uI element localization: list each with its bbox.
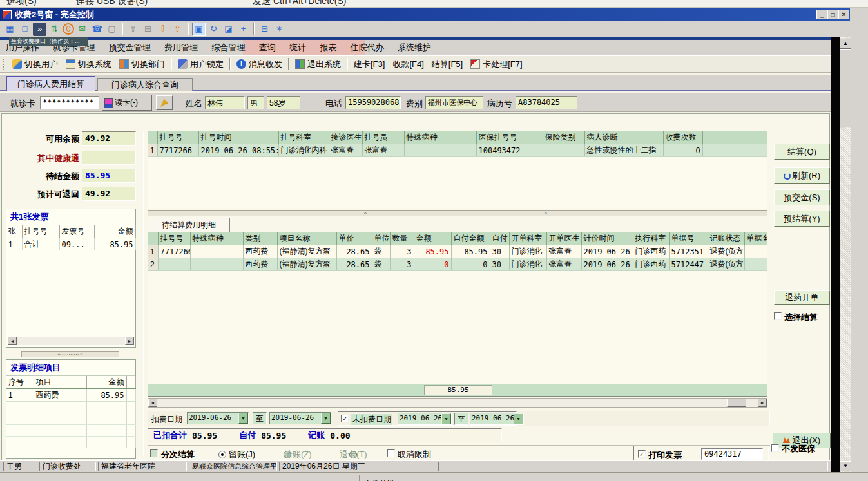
tab-pending-fee-detail[interactable]: 待结算费用明细 [148, 218, 230, 232]
record-no-label: 病历号 [487, 98, 512, 109]
swap-arrows-icon[interactable]: ⇅ [48, 23, 61, 36]
cancel-limit-checkbox[interactable] [387, 449, 395, 457]
fit-screen-icon[interactable]: ▣ [192, 23, 206, 36]
table-row[interactable]: 2 西药费 (福静清)复方聚 28.65 袋 -3 0 0 30 门诊消化 张富… [148, 258, 767, 271]
minimize-button[interactable]: _ [816, 10, 827, 19]
settle-button[interactable]: 结算(Q) [774, 144, 830, 160]
refresh-view-icon[interactable]: ↻ [207, 23, 220, 36]
collect-button[interactable]: 收款[F4] [389, 57, 427, 71]
viewer-menu-options[interactable]: 选项(S) [6, 0, 37, 7]
toolbar-separator [229, 58, 231, 70]
undeduct-checkbox[interactable]: ✓ [341, 415, 349, 422]
undeduct-to-combo[interactable]: 2019-06-26▼ [470, 413, 524, 425]
record-no-field[interactable]: A83784025 [516, 96, 577, 109]
chat-icon[interactable]: ✉ [75, 23, 89, 36]
deduct-from-combo[interactable]: 2019-06-26▼ [187, 412, 249, 424]
upload-user-icon[interactable]: ⇧ [126, 23, 140, 36]
refresh-button[interactable]: 刷新(R) [774, 167, 830, 184]
viewer-v-scrollbar[interactable]: ▲ ▼ [840, 37, 851, 472]
menu-inpatient[interactable]: 住院代办 [345, 40, 390, 55]
select-settle-checkbox[interactable] [774, 312, 782, 320]
scroll-up-button[interactable]: ▲ [840, 39, 851, 49]
note-icon[interactable]: ▢ [105, 23, 119, 36]
scrollbar-thumb[interactable] [727, 399, 746, 407]
scroll-left-button[interactable]: ◄ [8, 337, 17, 345]
no-insurance-checkbox[interactable] [771, 444, 779, 452]
windows-icon[interactable]: ⊟ [258, 23, 271, 36]
viewer-menu-cad[interactable]: 发送 Ctrl+Alt+Delete(S) [253, 0, 346, 7]
messages-button[interactable]: i消息收发 [233, 57, 286, 71]
scroll-left-button[interactable]: ◄ [148, 399, 157, 407]
devices-icon[interactable]: ⊞ [141, 23, 155, 36]
dropdown-arrow-icon[interactable]: ▼ [238, 413, 248, 424]
dropdown-arrow-icon[interactable]: ▼ [321, 413, 331, 424]
clear-button[interactable] [156, 95, 173, 110]
panel-splitter[interactable]: ^ ·········· ^ [21, 351, 119, 357]
drug-return-button[interactable]: 退药开单 [774, 290, 830, 305]
tools-icon[interactable]: ✶ [273, 23, 286, 36]
name-field[interactable]: 林伟 [205, 96, 245, 109]
phone-icon[interactable]: ☎ [90, 23, 104, 36]
scroll-right-button[interactable]: ► [125, 337, 134, 345]
menu-reports[interactable]: 报表 [314, 40, 342, 55]
scale-view-icon[interactable]: + [236, 23, 250, 36]
menu-system[interactable]: 系统维护 [392, 40, 437, 55]
menu-fee-mgmt[interactable]: 费用管理 [159, 40, 204, 55]
dropdown-arrow-icon[interactable]: ▼ [514, 413, 523, 424]
read-card-button[interactable]: 读卡(-) [102, 95, 152, 111]
scrollbar-thumb[interactable] [840, 49, 851, 127]
menu-deposit-mgmt[interactable]: 预交金管理 [103, 40, 157, 55]
h-scrollbar-track[interactable] [17, 337, 125, 345]
pre-settle-button[interactable]: 预结算(Y) [774, 211, 830, 227]
deduct-to-combo[interactable]: 2019-06-26▼ [269, 412, 331, 424]
table-row[interactable]: 1 7717266 2019-06-26 08:55:2 门诊消化内科 张富春 … [148, 144, 767, 157]
menu-stats[interactable]: 统计 [284, 40, 312, 55]
card-process-button[interactable]: 卡处理[F7] [467, 57, 526, 71]
switch-user-button[interactable]: 切换用户 [8, 57, 62, 71]
available-balance-field[interactable]: 49.92 [82, 131, 136, 146]
invoice-no-field[interactable]: 09424317 [701, 448, 763, 460]
fee-type-field[interactable]: 福州市医保中心 [425, 96, 483, 109]
desktop-icon[interactable]: □ [18, 23, 32, 36]
table-row[interactable]: 1 合计 09... 85.95 [6, 238, 135, 251]
keep-account-radio[interactable] [218, 451, 226, 458]
deposit-button[interactable]: 预交金(S) [774, 189, 830, 205]
refundable-field[interactable]: 49.92 [82, 187, 136, 201]
screen-share-icon[interactable]: ▦ [3, 23, 17, 36]
close-button[interactable]: × [838, 10, 849, 19]
scroll-right-button[interactable]: ► [758, 399, 767, 407]
menu-general-mgmt[interactable]: 综合管理 [206, 40, 251, 55]
viewer-menu-usb[interactable]: 连接 USB 设备(S) [76, 0, 148, 7]
switch-system-button[interactable]: 切换系统 [62, 57, 115, 71]
pending-amount-field[interactable]: 85.95 [82, 169, 136, 183]
tab-outpatient-settlement[interactable]: 门诊病人费用结算 [6, 76, 95, 91]
health-card-field[interactable] [82, 151, 136, 165]
maximize-button[interactable]: □ [827, 10, 838, 19]
record-zero-icon[interactable]: 0 [63, 23, 74, 35]
dropdown-arrow-icon[interactable]: ▼ [441, 413, 451, 424]
switch-dept-button[interactable]: 切换部门 [115, 57, 169, 71]
grid-splitter[interactable]: ^^ [148, 210, 767, 216]
undeduct-from-combo[interactable]: 2019-06-26▼ [398, 413, 452, 425]
table-row[interactable]: 1 西药费 85.95 [6, 389, 135, 402]
card-number-input[interactable]: *********** [40, 96, 99, 109]
phone-field[interactable]: 15959028068 [345, 96, 401, 109]
console-icon[interactable]: » [33, 23, 46, 36]
split-view-icon[interactable]: ◪ [222, 23, 235, 36]
split-settle-checkbox[interactable] [150, 449, 158, 457]
menu-query[interactable]: 查询 [253, 40, 282, 55]
registration-table: 挂号号 挂号时间 挂号科室 接诊医生 挂号员 特殊病种 医保挂号号 保险类别 病… [148, 131, 767, 157]
file-download-icon[interactable]: ⇩ [156, 23, 169, 36]
tab-outpatient-query[interactable]: 门诊病人综合查询 [97, 78, 193, 91]
age-field[interactable]: 58岁 [267, 96, 300, 109]
file-upload-icon[interactable]: ⇧ [171, 23, 184, 36]
scroll-down-button[interactable]: ▼ [840, 461, 851, 471]
user-lock-button[interactable]: 用户锁定 [174, 57, 227, 71]
settle-f5-button[interactable]: 结算[F5] [428, 57, 467, 71]
exit-system-button[interactable]: 退出系统 [291, 57, 345, 71]
table-row[interactable]: 1 7717266 西药费 (福静清)复方聚 28.65 袋 3 85.95 8… [148, 245, 767, 258]
pane-splitter[interactable] [139, 131, 144, 456]
create-card-button[interactable]: 建卡[F3] [350, 57, 389, 71]
gender-field[interactable]: 男 [247, 96, 264, 109]
print-invoice-checkbox[interactable]: ✓ [638, 450, 646, 458]
